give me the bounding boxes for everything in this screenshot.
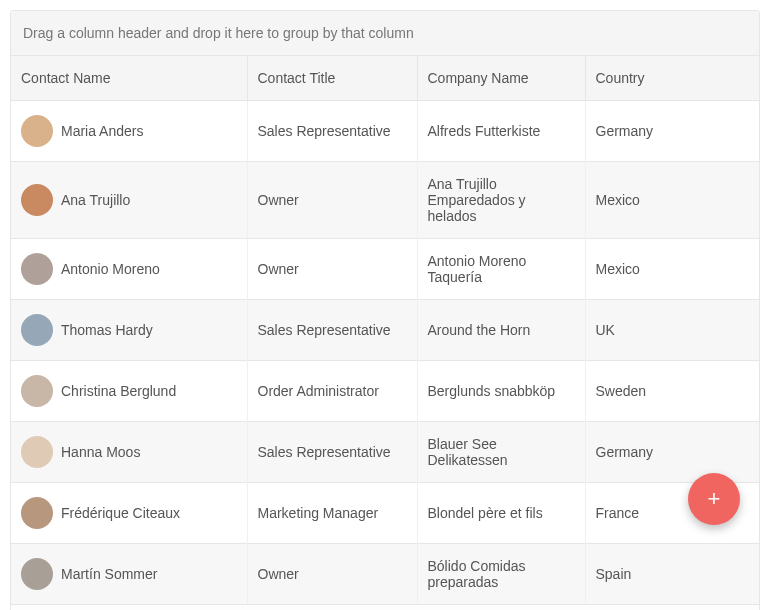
avatar	[21, 497, 53, 529]
avatar	[21, 436, 53, 468]
add-fab-button[interactable]: +	[688, 473, 740, 525]
avatar	[21, 314, 53, 346]
country: Spain	[585, 544, 759, 605]
company-name: Ana Trujillo Emparedados y helados	[417, 162, 585, 239]
contact-name: Christina Berglund	[61, 383, 176, 399]
contact-name: Martín Sommer	[61, 566, 157, 582]
company-name: Blondel père et fils	[417, 483, 585, 544]
table-row[interactable]: Ana TrujilloOwnerAna Trujillo Emparedado…	[11, 162, 759, 239]
contact-title: Marketing Manager	[247, 483, 417, 544]
contact-title: Sales Representative	[247, 101, 417, 162]
country: Germany	[585, 101, 759, 162]
group-by-hint: Drag a column header and drop it here to…	[23, 25, 414, 41]
country: Mexico	[585, 162, 759, 239]
contact-name: Antonio Moreno	[61, 261, 160, 277]
contact-title: Sales Representative	[247, 422, 417, 483]
company-name: Blauer See Delikatessen	[417, 422, 585, 483]
column-header-company-name[interactable]: Company Name	[417, 56, 585, 101]
company-name: Bólido Comidas preparadas	[417, 544, 585, 605]
avatar	[21, 115, 53, 147]
contact-title: Order Administrator	[247, 361, 417, 422]
table-row[interactable]: Thomas HardySales RepresentativeAround t…	[11, 300, 759, 361]
country: Sweden	[585, 361, 759, 422]
company-name: Antonio Moreno Taquería	[417, 239, 585, 300]
table-row[interactable]: Frédérique CiteauxMarketing ManagerBlond…	[11, 483, 759, 544]
avatar	[21, 558, 53, 590]
company-name: Around the Horn	[417, 300, 585, 361]
country: Germany	[585, 422, 759, 483]
contact-name: Frédérique Citeaux	[61, 505, 180, 521]
country: Mexico	[585, 239, 759, 300]
table-row[interactable]: Martín SommerOwnerBólido Comidas prepara…	[11, 544, 759, 605]
contact-name: Ana Trujillo	[61, 192, 130, 208]
table-row[interactable]: Maria AndersSales RepresentativeAlfreds …	[11, 101, 759, 162]
column-header-contact-title[interactable]: Contact Title	[247, 56, 417, 101]
contact-title: Sales Representative	[247, 300, 417, 361]
column-header-contact-name[interactable]: Contact Name	[11, 56, 247, 101]
column-header-country[interactable]: Country	[585, 56, 759, 101]
contact-title: Owner	[247, 239, 417, 300]
contact-name: Maria Anders	[61, 123, 143, 139]
country: UK	[585, 300, 759, 361]
table-row[interactable]: Hanna MoosSales RepresentativeBlauer See…	[11, 422, 759, 483]
avatar	[21, 253, 53, 285]
data-grid: Drag a column header and drop it here to…	[10, 10, 760, 610]
contact-title: Owner	[247, 544, 417, 605]
avatar	[21, 375, 53, 407]
contact-title: Owner	[247, 162, 417, 239]
company-name: Alfreds Futterkiste	[417, 101, 585, 162]
avatar	[21, 184, 53, 216]
pager: 12345 20 ▼ items per page 1 - 20 of 91 i…	[11, 604, 759, 610]
contact-name: Thomas Hardy	[61, 322, 153, 338]
grid-table: Contact Name Contact Title Company Name …	[11, 56, 759, 604]
table-row[interactable]: Antonio MorenoOwnerAntonio Moreno Taquer…	[11, 239, 759, 300]
table-row[interactable]: Christina BerglundOrder AdministratorBer…	[11, 361, 759, 422]
header-row: Contact Name Contact Title Company Name …	[11, 56, 759, 101]
plus-icon: +	[708, 486, 721, 512]
company-name: Berglunds snabbköp	[417, 361, 585, 422]
group-by-dropzone[interactable]: Drag a column header and drop it here to…	[11, 11, 759, 56]
contact-name: Hanna Moos	[61, 444, 140, 460]
